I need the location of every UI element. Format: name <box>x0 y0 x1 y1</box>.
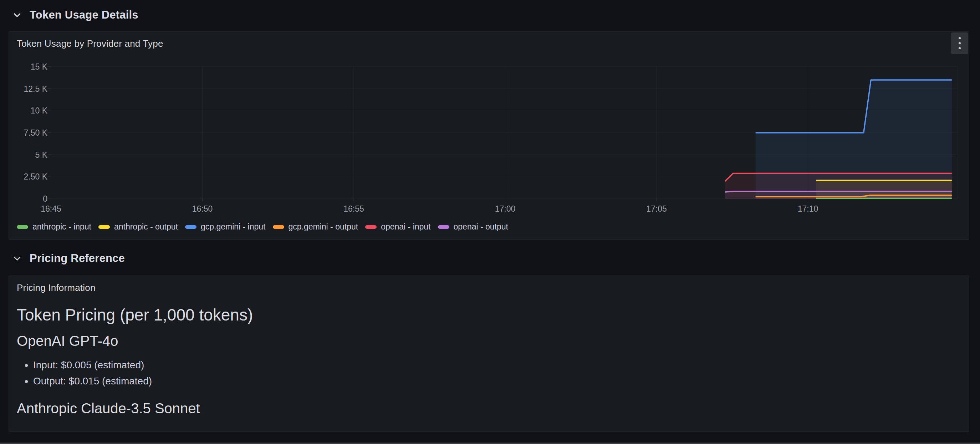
chevron-down-icon <box>14 256 21 261</box>
y-axis-label: 0 <box>12 194 48 203</box>
legend-item-openai-input[interactable]: openai - input <box>365 222 430 232</box>
legend-color-marker <box>17 225 28 229</box>
legend-item-openai-output[interactable]: openai - output <box>438 222 508 232</box>
x-axis-label: 17:05 <box>646 204 667 214</box>
price-list-item: Output: $0.015 (estimated) <box>33 373 961 389</box>
legend-item-anthropic-input[interactable]: anthropic - input <box>17 222 91 232</box>
y-axis-label: 10 K <box>12 106 48 115</box>
section-row-token-usage-details[interactable]: Token Usage Details <box>14 8 138 21</box>
chevron-down-icon <box>14 13 21 18</box>
kebab-menu-icon <box>958 36 961 50</box>
chart-plot-area <box>51 67 957 199</box>
section-row-pricing-reference[interactable]: Pricing Reference <box>14 252 125 265</box>
legend-item-label: anthropic - output <box>114 222 178 232</box>
time-series-plot[interactable] <box>51 67 957 199</box>
y-axis-label: 15 K <box>12 62 48 71</box>
pricing-body: Token Pricing (per 1,000 tokens) OpenAI … <box>17 276 961 417</box>
horizontal-scrollbar[interactable] <box>0 442 980 444</box>
x-axis-label: 17:10 <box>798 204 818 214</box>
y-axis-label: 7.50 K <box>12 128 48 137</box>
price-list-item: Input: $0.005 (estimated) <box>33 357 961 373</box>
x-axis-label: 17:00 <box>495 204 515 214</box>
x-axis-label: 16:50 <box>192 204 213 214</box>
section-title: Pricing Reference <box>30 252 125 265</box>
legend-item-label: openai - output <box>453 222 508 232</box>
legend-color-marker <box>99 225 110 229</box>
panel-title: Token Usage by Provider and Type <box>17 38 163 49</box>
model-name-anthropic: Anthropic Claude-3.5 Sonnet <box>17 400 961 417</box>
y-axis-label: 12.5 K <box>12 84 48 94</box>
legend-item-label: gcp.gemini - input <box>201 222 266 232</box>
legend-color-marker <box>438 225 449 229</box>
section-title: Token Usage Details <box>30 8 138 21</box>
pricing-panel: Pricing Information Token Pricing (per 1… <box>8 276 969 432</box>
legend-item-label: gcp.gemini - output <box>288 222 358 232</box>
y-axis-label: 5 K <box>12 150 48 160</box>
legend-item-label: openai - input <box>381 222 430 232</box>
panel-menu-button[interactable] <box>951 32 968 54</box>
legend-color-marker <box>185 225 197 229</box>
legend-item-anthropic-output[interactable]: anthropic - output <box>99 222 178 232</box>
grafana-dashboard: { "page": { "background": "#111217", "pa… <box>0 0 980 444</box>
pricing-heading: Token Pricing (per 1,000 tokens) <box>17 305 961 324</box>
model-name-openai: OpenAI GPT-4o <box>17 333 961 349</box>
legend-item-gcp-gemini-output[interactable]: gcp.gemini - output <box>273 222 358 232</box>
legend-color-marker <box>273 225 284 229</box>
x-axis-label: 16:55 <box>344 204 364 214</box>
y-axis-label: 2.50 K <box>12 172 48 181</box>
x-axis-label: 16:45 <box>41 204 61 214</box>
price-list: Input: $0.005 (estimated) Output: $0.015… <box>17 357 961 389</box>
legend-item-label: anthropic - input <box>32 222 91 232</box>
legend-item-gcp-gemini-input[interactable]: gcp.gemini - input <box>185 222 266 232</box>
token-usage-panel: Token Usage by Provider and Type 15 K12.… <box>8 31 969 240</box>
chart-legend: anthropic - inputanthropic - outputgcp.g… <box>17 222 508 232</box>
legend-color-marker <box>365 225 377 229</box>
